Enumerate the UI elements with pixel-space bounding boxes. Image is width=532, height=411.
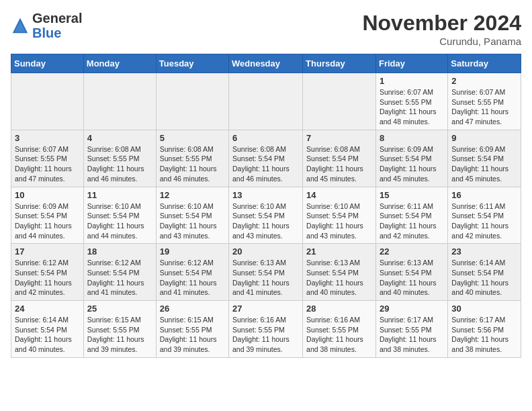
weekday-header-row: SundayMondayTuesdayWednesdayThursdayFrid… [11,54,521,73]
calendar-cell: 15Sunrise: 6:11 AM Sunset: 5:54 PM Dayli… [375,187,447,244]
day-number: 30 [451,304,517,314]
day-number: 12 [160,190,225,200]
weekday-header: Thursday [303,54,376,73]
day-number: 16 [451,190,517,200]
calendar-cell: 12Sunrise: 6:10 AM Sunset: 5:54 PM Dayli… [156,187,228,244]
day-number: 27 [232,304,299,314]
day-number: 26 [160,304,225,314]
day-info: Sunrise: 6:12 AM Sunset: 5:54 PM Dayligh… [87,258,152,298]
calendar-cell: 4Sunrise: 6:08 AM Sunset: 5:55 PM Daylig… [83,130,156,187]
calendar-cell: 30Sunrise: 6:17 AM Sunset: 5:56 PM Dayli… [448,301,521,358]
day-info: Sunrise: 6:11 AM Sunset: 5:54 PM Dayligh… [380,201,444,241]
calendar-cell: 21Sunrise: 6:13 AM Sunset: 5:54 PM Dayli… [303,244,376,301]
day-number: 3 [15,133,80,143]
calendar-cell: 9Sunrise: 6:09 AM Sunset: 5:54 PM Daylig… [448,130,521,187]
day-number: 5 [160,133,225,143]
day-number: 8 [380,133,444,143]
day-info: Sunrise: 6:15 AM Sunset: 5:55 PM Dayligh… [160,315,225,355]
calendar-cell: 16Sunrise: 6:11 AM Sunset: 5:54 PM Dayli… [448,187,521,244]
day-number: 1 [380,76,444,86]
day-info: Sunrise: 6:14 AM Sunset: 5:54 PM Dayligh… [15,315,80,355]
calendar-cell: 11Sunrise: 6:10 AM Sunset: 5:54 PM Dayli… [83,187,156,244]
day-info: Sunrise: 6:08 AM Sunset: 5:55 PM Dayligh… [160,144,225,184]
day-number: 23 [451,246,517,257]
day-info: Sunrise: 6:13 AM Sunset: 5:54 PM Dayligh… [380,258,444,298]
day-info: Sunrise: 6:07 AM Sunset: 5:55 PM Dayligh… [451,87,517,127]
day-number: 17 [15,246,80,257]
calendar-week-row: 1Sunrise: 6:07 AM Sunset: 5:55 PM Daylig… [11,73,521,130]
day-info: Sunrise: 6:10 AM Sunset: 5:54 PM Dayligh… [232,201,299,241]
day-number: 9 [451,133,517,143]
day-info: Sunrise: 6:09 AM Sunset: 5:54 PM Dayligh… [15,201,80,241]
day-info: Sunrise: 6:09 AM Sunset: 5:54 PM Dayligh… [380,144,444,184]
day-number: 15 [380,190,444,200]
day-number: 13 [232,190,299,200]
calendar-cell: 14Sunrise: 6:10 AM Sunset: 5:54 PM Dayli… [303,187,376,244]
calendar-cell: 5Sunrise: 6:08 AM Sunset: 5:55 PM Daylig… [156,130,228,187]
day-number: 2 [451,76,517,86]
calendar-cell: 1Sunrise: 6:07 AM Sunset: 5:55 PM Daylig… [375,73,447,130]
calendar-cell: 8Sunrise: 6:09 AM Sunset: 5:54 PM Daylig… [375,130,447,187]
logo: General Blue [11,11,82,40]
day-info: Sunrise: 6:14 AM Sunset: 5:54 PM Dayligh… [451,258,517,298]
day-number: 28 [306,304,372,314]
day-info: Sunrise: 6:12 AM Sunset: 5:54 PM Dayligh… [160,258,225,298]
day-number: 29 [380,304,444,314]
calendar-cell [156,73,228,130]
calendar-cell: 25Sunrise: 6:15 AM Sunset: 5:55 PM Dayli… [83,301,156,358]
day-info: Sunrise: 6:10 AM Sunset: 5:54 PM Dayligh… [160,201,225,241]
day-info: Sunrise: 6:09 AM Sunset: 5:54 PM Dayligh… [451,144,517,184]
calendar-cell: 7Sunrise: 6:08 AM Sunset: 5:54 PM Daylig… [303,130,376,187]
logo-blue-text: Blue [32,26,61,40]
day-info: Sunrise: 6:17 AM Sunset: 5:55 PM Dayligh… [380,315,444,355]
day-number: 21 [306,246,372,257]
day-info: Sunrise: 6:07 AM Sunset: 5:55 PM Dayligh… [15,144,80,184]
calendar-cell: 29Sunrise: 6:17 AM Sunset: 5:55 PM Dayli… [375,301,447,358]
day-number: 18 [87,246,152,257]
calendar-cell: 6Sunrise: 6:08 AM Sunset: 5:54 PM Daylig… [229,130,303,187]
day-number: 4 [87,133,152,143]
location: Curundu, Panama [362,36,521,47]
weekday-header: Monday [83,54,156,73]
day-number: 6 [232,133,299,143]
calendar-week-row: 10Sunrise: 6:09 AM Sunset: 5:54 PM Dayli… [11,187,521,244]
day-number: 24 [15,304,80,314]
day-number: 25 [87,304,152,314]
calendar-cell: 27Sunrise: 6:16 AM Sunset: 5:55 PM Dayli… [229,301,303,358]
day-info: Sunrise: 6:17 AM Sunset: 5:56 PM Dayligh… [451,315,517,355]
calendar-cell: 28Sunrise: 6:16 AM Sunset: 5:55 PM Dayli… [303,301,376,358]
day-info: Sunrise: 6:08 AM Sunset: 5:54 PM Dayligh… [232,144,299,184]
calendar-table: SundayMondayTuesdayWednesdayThursdayFrid… [11,54,521,358]
day-info: Sunrise: 6:10 AM Sunset: 5:54 PM Dayligh… [87,201,152,241]
day-info: Sunrise: 6:15 AM Sunset: 5:55 PM Dayligh… [87,315,152,355]
day-number: 10 [15,190,80,200]
day-info: Sunrise: 6:08 AM Sunset: 5:54 PM Dayligh… [306,144,372,184]
month-title: November 2024 [362,11,521,36]
calendar-cell [229,73,303,130]
day-info: Sunrise: 6:10 AM Sunset: 5:54 PM Dayligh… [306,201,372,241]
calendar-week-row: 3Sunrise: 6:07 AM Sunset: 5:55 PM Daylig… [11,130,521,187]
weekday-header: Tuesday [156,54,228,73]
calendar-cell: 20Sunrise: 6:13 AM Sunset: 5:54 PM Dayli… [229,244,303,301]
calendar-cell [11,73,84,130]
calendar-cell: 24Sunrise: 6:14 AM Sunset: 5:54 PM Dayli… [11,301,84,358]
weekday-header: Friday [375,54,447,73]
calendar-cell: 2Sunrise: 6:07 AM Sunset: 5:55 PM Daylig… [448,73,521,130]
calendar-cell: 13Sunrise: 6:10 AM Sunset: 5:54 PM Dayli… [229,187,303,244]
day-info: Sunrise: 6:11 AM Sunset: 5:54 PM Dayligh… [451,201,517,241]
calendar-cell: 19Sunrise: 6:12 AM Sunset: 5:54 PM Dayli… [156,244,228,301]
calendar-cell: 3Sunrise: 6:07 AM Sunset: 5:55 PM Daylig… [11,130,84,187]
calendar-cell [83,73,156,130]
weekday-header: Sunday [11,54,84,73]
day-number: 14 [306,190,372,200]
day-info: Sunrise: 6:13 AM Sunset: 5:54 PM Dayligh… [306,258,372,298]
weekday-header: Wednesday [229,54,303,73]
calendar-cell: 26Sunrise: 6:15 AM Sunset: 5:55 PM Dayli… [156,301,228,358]
calendar-cell: 23Sunrise: 6:14 AM Sunset: 5:54 PM Dayli… [448,244,521,301]
day-info: Sunrise: 6:12 AM Sunset: 5:54 PM Dayligh… [15,258,80,298]
calendar-week-row: 24Sunrise: 6:14 AM Sunset: 5:54 PM Dayli… [11,301,521,358]
day-number: 19 [160,246,225,257]
calendar-cell [303,73,376,130]
page-header: General Blue November 2024 Curundu, Pana… [11,11,521,47]
calendar-week-row: 17Sunrise: 6:12 AM Sunset: 5:54 PM Dayli… [11,244,521,301]
